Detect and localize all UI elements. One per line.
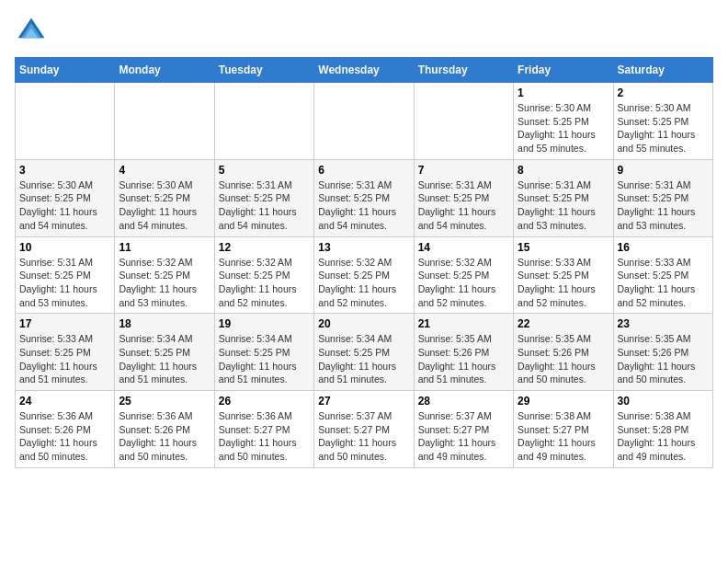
day-number: 25 [119, 395, 210, 408]
calendar-cell: 16Sunrise: 5:33 AMSunset: 5:25 PMDayligh… [613, 236, 712, 314]
day-info: Sunrise: 5:31 AMSunset: 5:25 PMDaylight:… [418, 178, 509, 233]
calendar-cell [16, 83, 115, 160]
day-info: Sunrise: 5:38 AMSunset: 5:27 PMDaylight:… [518, 409, 609, 464]
calendar-cell: 7Sunrise: 5:31 AMSunset: 5:25 PMDaylight… [414, 159, 513, 236]
calendar-table: SundayMondayTuesdayWednesdayThursdayFrid… [15, 57, 713, 468]
calendar-cell: 18Sunrise: 5:34 AMSunset: 5:25 PMDayligh… [115, 314, 214, 391]
calendar-cell: 24Sunrise: 5:36 AMSunset: 5:26 PMDayligh… [16, 391, 115, 468]
logo [15, 15, 51, 48]
calendar-cell: 2Sunrise: 5:30 AMSunset: 5:25 PMDaylight… [613, 83, 712, 160]
weekday-header: Sunday [16, 58, 115, 83]
day-info: Sunrise: 5:32 AMSunset: 5:25 PMDaylight:… [219, 256, 310, 310]
day-info: Sunrise: 5:30 AMSunset: 5:25 PMDaylight:… [618, 101, 709, 155]
day-info: Sunrise: 5:31 AMSunset: 5:25 PMDaylight:… [318, 178, 409, 233]
day-number: 3 [19, 164, 110, 177]
day-number: 28 [418, 395, 509, 408]
day-number: 17 [19, 317, 110, 330]
calendar-cell: 26Sunrise: 5:36 AMSunset: 5:27 PMDayligh… [214, 391, 313, 468]
day-number: 18 [119, 317, 210, 330]
day-number: 27 [318, 395, 409, 408]
calendar-cell: 19Sunrise: 5:34 AMSunset: 5:25 PMDayligh… [214, 314, 313, 391]
day-info: Sunrise: 5:36 AMSunset: 5:27 PMDaylight:… [219, 409, 310, 464]
day-info: Sunrise: 5:33 AMSunset: 5:25 PMDaylight:… [518, 256, 609, 310]
calendar-cell: 12Sunrise: 5:32 AMSunset: 5:25 PMDayligh… [214, 236, 313, 314]
day-info: Sunrise: 5:34 AMSunset: 5:25 PMDaylight:… [219, 332, 310, 386]
weekday-header: Monday [115, 58, 214, 83]
day-info: Sunrise: 5:30 AMSunset: 5:25 PMDaylight:… [119, 178, 210, 233]
calendar-cell: 14Sunrise: 5:32 AMSunset: 5:25 PMDayligh… [414, 236, 513, 314]
day-info: Sunrise: 5:31 AMSunset: 5:25 PMDaylight:… [518, 178, 609, 233]
calendar-cell: 6Sunrise: 5:31 AMSunset: 5:25 PMDaylight… [314, 159, 414, 236]
calendar-cell [314, 83, 414, 160]
day-number: 11 [119, 241, 210, 254]
calendar-cell: 27Sunrise: 5:37 AMSunset: 5:27 PMDayligh… [314, 391, 414, 468]
calendar-cell: 21Sunrise: 5:35 AMSunset: 5:26 PMDayligh… [414, 314, 513, 391]
calendar-cell: 8Sunrise: 5:31 AMSunset: 5:25 PMDaylight… [514, 159, 613, 236]
page-header [15, 15, 713, 48]
day-number: 9 [618, 164, 709, 177]
day-number: 5 [219, 164, 310, 177]
calendar-week-row: 1Sunrise: 5:30 AMSunset: 5:25 PMDaylight… [16, 83, 713, 160]
day-info: Sunrise: 5:34 AMSunset: 5:25 PMDaylight:… [119, 332, 210, 386]
calendar-cell: 15Sunrise: 5:33 AMSunset: 5:25 PMDayligh… [514, 236, 613, 314]
day-number: 19 [219, 317, 310, 330]
day-info: Sunrise: 5:30 AMSunset: 5:25 PMDaylight:… [518, 101, 609, 155]
calendar-cell: 3Sunrise: 5:30 AMSunset: 5:25 PMDaylight… [16, 159, 115, 236]
day-info: Sunrise: 5:31 AMSunset: 5:25 PMDaylight:… [219, 178, 310, 233]
day-number: 23 [618, 317, 709, 330]
calendar-week-row: 17Sunrise: 5:33 AMSunset: 5:25 PMDayligh… [16, 314, 713, 391]
day-number: 20 [318, 317, 409, 330]
calendar-header-row: SundayMondayTuesdayWednesdayThursdayFrid… [16, 58, 713, 83]
day-number: 30 [618, 395, 709, 408]
calendar-cell: 13Sunrise: 5:32 AMSunset: 5:25 PMDayligh… [314, 236, 414, 314]
calendar-cell: 22Sunrise: 5:35 AMSunset: 5:26 PMDayligh… [514, 314, 613, 391]
day-number: 26 [219, 395, 310, 408]
calendar-cell: 5Sunrise: 5:31 AMSunset: 5:25 PMDaylight… [214, 159, 313, 236]
day-info: Sunrise: 5:37 AMSunset: 5:27 PMDaylight:… [418, 409, 509, 464]
calendar-week-row: 24Sunrise: 5:36 AMSunset: 5:26 PMDayligh… [16, 391, 713, 468]
calendar-cell: 10Sunrise: 5:31 AMSunset: 5:25 PMDayligh… [16, 236, 115, 314]
day-info: Sunrise: 5:32 AMSunset: 5:25 PMDaylight:… [418, 256, 509, 310]
day-info: Sunrise: 5:36 AMSunset: 5:26 PMDaylight:… [19, 409, 110, 464]
day-number: 16 [618, 241, 709, 254]
day-info: Sunrise: 5:33 AMSunset: 5:25 PMDaylight:… [19, 332, 110, 386]
day-info: Sunrise: 5:31 AMSunset: 5:25 PMDaylight:… [618, 178, 709, 233]
day-number: 12 [219, 241, 310, 254]
day-info: Sunrise: 5:37 AMSunset: 5:27 PMDaylight:… [318, 409, 409, 464]
day-number: 10 [19, 241, 110, 254]
day-info: Sunrise: 5:35 AMSunset: 5:26 PMDaylight:… [418, 332, 509, 386]
calendar-cell: 29Sunrise: 5:38 AMSunset: 5:27 PMDayligh… [514, 391, 613, 468]
calendar-cell [414, 83, 513, 160]
day-number: 7 [418, 164, 509, 177]
calendar-cell: 25Sunrise: 5:36 AMSunset: 5:26 PMDayligh… [115, 391, 214, 468]
day-info: Sunrise: 5:30 AMSunset: 5:25 PMDaylight:… [19, 178, 110, 233]
day-number: 6 [318, 164, 409, 177]
day-number: 8 [518, 164, 609, 177]
calendar-cell [214, 83, 313, 160]
calendar-cell [115, 83, 214, 160]
day-number: 24 [19, 395, 110, 408]
day-number: 13 [318, 241, 409, 254]
day-info: Sunrise: 5:38 AMSunset: 5:28 PMDaylight:… [618, 409, 709, 464]
day-info: Sunrise: 5:31 AMSunset: 5:25 PMDaylight:… [19, 256, 110, 310]
day-number: 22 [518, 317, 609, 330]
calendar-cell: 9Sunrise: 5:31 AMSunset: 5:25 PMDaylight… [613, 159, 712, 236]
calendar-cell: 4Sunrise: 5:30 AMSunset: 5:25 PMDaylight… [115, 159, 214, 236]
calendar-cell: 1Sunrise: 5:30 AMSunset: 5:25 PMDaylight… [514, 83, 613, 160]
weekday-header: Friday [514, 58, 613, 83]
day-number: 21 [418, 317, 509, 330]
day-info: Sunrise: 5:33 AMSunset: 5:25 PMDaylight:… [618, 256, 709, 310]
logo-icon [15, 15, 48, 48]
calendar-cell: 17Sunrise: 5:33 AMSunset: 5:25 PMDayligh… [16, 314, 115, 391]
day-info: Sunrise: 5:35 AMSunset: 5:26 PMDaylight:… [518, 332, 609, 386]
calendar-week-row: 10Sunrise: 5:31 AMSunset: 5:25 PMDayligh… [16, 236, 713, 314]
day-number: 1 [518, 86, 609, 99]
calendar-cell: 30Sunrise: 5:38 AMSunset: 5:28 PMDayligh… [613, 391, 712, 468]
weekday-header: Thursday [414, 58, 513, 83]
day-info: Sunrise: 5:35 AMSunset: 5:26 PMDaylight:… [618, 332, 709, 386]
weekday-header: Tuesday [214, 58, 313, 83]
day-number: 2 [618, 86, 709, 99]
day-number: 29 [518, 395, 609, 408]
day-number: 14 [418, 241, 509, 254]
day-info: Sunrise: 5:32 AMSunset: 5:25 PMDaylight:… [119, 256, 210, 310]
